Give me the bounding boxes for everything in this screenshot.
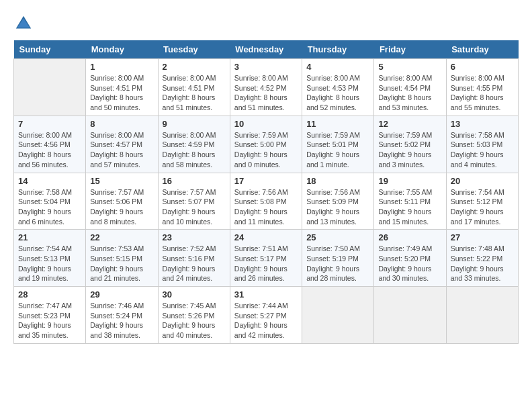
calendar-cell: 20Sunrise: 7:54 AMSunset: 5:12 PMDayligh…	[446, 173, 518, 230]
day-info: Sunrise: 7:54 AMSunset: 5:13 PMDaylight:…	[18, 244, 81, 283]
day-info: Sunrise: 7:44 AMSunset: 5:27 PMDaylight:…	[234, 301, 298, 340]
day-info: Sunrise: 7:53 AMSunset: 5:15 PMDaylight:…	[90, 244, 153, 283]
day-number: 6	[451, 62, 514, 72]
calendar-cell	[374, 287, 446, 344]
day-number: 24	[234, 232, 298, 242]
day-info: Sunrise: 7:56 AMSunset: 5:09 PMDaylight:…	[306, 187, 369, 227]
day-number: 19	[378, 176, 441, 186]
day-number: 28	[18, 289, 81, 300]
logo-icon	[13, 13, 34, 34]
calendar-table: SundayMondayTuesdayWednesdayThursdayFrid…	[13, 40, 519, 344]
day-number: 17	[234, 176, 298, 186]
day-info: Sunrise: 8:00 AMSunset: 4:59 PMDaylight:…	[163, 130, 226, 170]
header-day: Wednesday	[230, 40, 302, 59]
day-info: Sunrise: 8:00 AMSunset: 4:55 PMDaylight:…	[451, 73, 514, 113]
calendar-cell: 29Sunrise: 7:46 AMSunset: 5:24 PMDayligh…	[86, 287, 158, 344]
day-number: 3	[234, 62, 298, 72]
header-day: Thursday	[302, 40, 374, 59]
calendar-cell: 10Sunrise: 7:59 AMSunset: 5:00 PMDayligh…	[230, 116, 302, 173]
day-info: Sunrise: 8:00 AMSunset: 4:56 PMDaylight:…	[18, 130, 81, 170]
calendar-cell: 18Sunrise: 7:56 AMSunset: 5:09 PMDayligh…	[302, 173, 374, 230]
header-day: Saturday	[446, 40, 518, 59]
day-info: Sunrise: 7:59 AMSunset: 5:01 PMDaylight:…	[306, 130, 369, 170]
day-number: 20	[451, 176, 514, 186]
calendar-cell	[14, 59, 86, 116]
calendar-cell: 26Sunrise: 7:49 AMSunset: 5:20 PMDayligh…	[374, 230, 446, 287]
day-info: Sunrise: 7:45 AMSunset: 5:26 PMDaylight:…	[163, 301, 226, 340]
calendar-cell: 28Sunrise: 7:47 AMSunset: 5:23 PMDayligh…	[14, 287, 86, 344]
calendar-cell	[446, 287, 518, 344]
header-day: Sunday	[14, 40, 86, 59]
day-info: Sunrise: 7:54 AMSunset: 5:12 PMDaylight:…	[451, 187, 514, 227]
page-header	[13, 13, 519, 34]
day-number: 2	[163, 62, 226, 72]
day-info: Sunrise: 8:00 AMSunset: 4:53 PMDaylight:…	[306, 73, 369, 113]
day-number: 13	[451, 119, 514, 129]
day-number: 7	[18, 119, 81, 129]
calendar-cell: 30Sunrise: 7:45 AMSunset: 5:26 PMDayligh…	[158, 287, 230, 344]
day-number: 29	[90, 289, 153, 300]
header-row: SundayMondayTuesdayWednesdayThursdayFrid…	[14, 40, 519, 59]
day-info: Sunrise: 7:59 AMSunset: 5:02 PMDaylight:…	[378, 130, 441, 170]
calendar-cell: 16Sunrise: 7:57 AMSunset: 5:07 PMDayligh…	[158, 173, 230, 230]
day-info: Sunrise: 7:50 AMSunset: 5:19 PMDaylight:…	[306, 244, 369, 283]
day-info: Sunrise: 7:58 AMSunset: 5:04 PMDaylight:…	[18, 187, 81, 227]
day-info: Sunrise: 7:49 AMSunset: 5:20 PMDaylight:…	[378, 244, 441, 283]
calendar-cell: 23Sunrise: 7:52 AMSunset: 5:16 PMDayligh…	[158, 230, 230, 287]
header-day: Monday	[86, 40, 158, 59]
header-day: Tuesday	[158, 40, 230, 59]
calendar-cell: 11Sunrise: 7:59 AMSunset: 5:01 PMDayligh…	[302, 116, 374, 173]
day-number: 14	[18, 176, 81, 186]
day-number: 31	[234, 289, 298, 300]
day-info: Sunrise: 8:00 AMSunset: 4:54 PMDaylight:…	[378, 73, 441, 113]
day-number: 30	[163, 289, 226, 300]
calendar-cell: 14Sunrise: 7:58 AMSunset: 5:04 PMDayligh…	[14, 173, 86, 230]
calendar-cell: 21Sunrise: 7:54 AMSunset: 5:13 PMDayligh…	[14, 230, 86, 287]
calendar-cell: 31Sunrise: 7:44 AMSunset: 5:27 PMDayligh…	[230, 287, 302, 344]
calendar-cell: 25Sunrise: 7:50 AMSunset: 5:19 PMDayligh…	[302, 230, 374, 287]
day-number: 9	[163, 119, 226, 129]
day-info: Sunrise: 8:00 AMSunset: 4:57 PMDaylight:…	[90, 130, 153, 170]
calendar-cell: 15Sunrise: 7:57 AMSunset: 5:06 PMDayligh…	[86, 173, 158, 230]
day-number: 27	[451, 232, 514, 242]
day-number: 18	[306, 176, 369, 186]
calendar-cell	[302, 287, 374, 344]
calendar-cell: 5Sunrise: 8:00 AMSunset: 4:54 PMDaylight…	[374, 59, 446, 116]
calendar-cell: 13Sunrise: 7:58 AMSunset: 5:03 PMDayligh…	[446, 116, 518, 173]
calendar-cell: 24Sunrise: 7:51 AMSunset: 5:17 PMDayligh…	[230, 230, 302, 287]
calendar-cell: 22Sunrise: 7:53 AMSunset: 5:15 PMDayligh…	[86, 230, 158, 287]
calendar-cell: 9Sunrise: 8:00 AMSunset: 4:59 PMDaylight…	[158, 116, 230, 173]
day-number: 26	[378, 232, 441, 242]
calendar-cell: 7Sunrise: 8:00 AMSunset: 4:56 PMDaylight…	[14, 116, 86, 173]
day-info: Sunrise: 8:00 AMSunset: 4:52 PMDaylight:…	[234, 73, 298, 113]
day-info: Sunrise: 7:55 AMSunset: 5:11 PMDaylight:…	[378, 187, 441, 227]
calendar-cell: 8Sunrise: 8:00 AMSunset: 4:57 PMDaylight…	[86, 116, 158, 173]
day-number: 21	[18, 232, 81, 242]
logo	[13, 13, 36, 34]
day-info: Sunrise: 7:57 AMSunset: 5:07 PMDaylight:…	[163, 187, 226, 227]
day-number: 8	[90, 119, 153, 129]
calendar-week-row: 1Sunrise: 8:00 AMSunset: 4:51 PMDaylight…	[14, 59, 519, 116]
day-number: 11	[306, 119, 369, 129]
day-info: Sunrise: 7:58 AMSunset: 5:03 PMDaylight:…	[451, 130, 514, 170]
day-info: Sunrise: 7:57 AMSunset: 5:06 PMDaylight:…	[90, 187, 153, 227]
day-number: 22	[90, 232, 153, 242]
calendar-week-row: 21Sunrise: 7:54 AMSunset: 5:13 PMDayligh…	[14, 230, 519, 287]
day-number: 12	[378, 119, 441, 129]
calendar-cell: 19Sunrise: 7:55 AMSunset: 5:11 PMDayligh…	[374, 173, 446, 230]
day-number: 15	[90, 176, 153, 186]
calendar-cell: 2Sunrise: 8:00 AMSunset: 4:51 PMDaylight…	[158, 59, 230, 116]
calendar-cell: 12Sunrise: 7:59 AMSunset: 5:02 PMDayligh…	[374, 116, 446, 173]
calendar-cell: 1Sunrise: 8:00 AMSunset: 4:51 PMDaylight…	[86, 59, 158, 116]
day-info: Sunrise: 7:52 AMSunset: 5:16 PMDaylight:…	[163, 244, 226, 283]
day-number: 1	[90, 62, 153, 72]
day-info: Sunrise: 7:56 AMSunset: 5:08 PMDaylight:…	[234, 187, 298, 227]
calendar-cell: 3Sunrise: 8:00 AMSunset: 4:52 PMDaylight…	[230, 59, 302, 116]
day-info: Sunrise: 7:59 AMSunset: 5:00 PMDaylight:…	[234, 130, 298, 170]
calendar-cell: 4Sunrise: 8:00 AMSunset: 4:53 PMDaylight…	[302, 59, 374, 116]
calendar-week-row: 28Sunrise: 7:47 AMSunset: 5:23 PMDayligh…	[14, 287, 519, 344]
day-info: Sunrise: 8:00 AMSunset: 4:51 PMDaylight:…	[90, 73, 153, 113]
calendar-week-row: 14Sunrise: 7:58 AMSunset: 5:04 PMDayligh…	[14, 173, 519, 230]
day-info: Sunrise: 8:00 AMSunset: 4:51 PMDaylight:…	[163, 73, 226, 113]
day-info: Sunrise: 7:51 AMSunset: 5:17 PMDaylight:…	[234, 244, 298, 283]
